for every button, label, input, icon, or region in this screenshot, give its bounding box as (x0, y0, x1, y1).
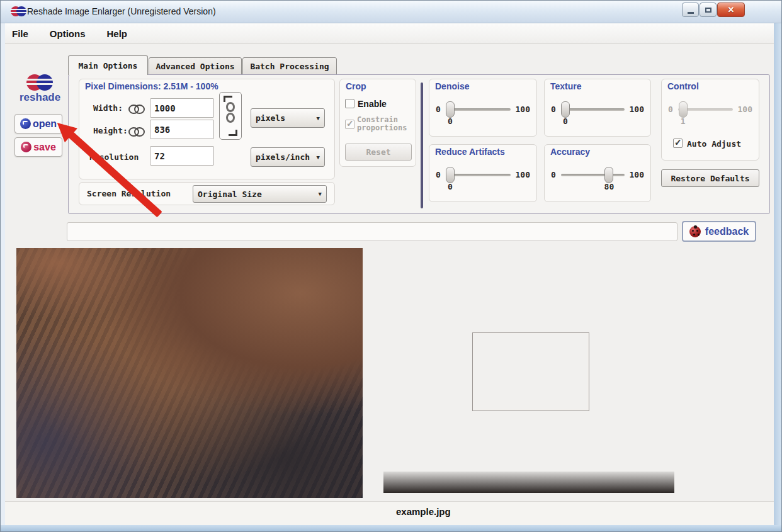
reduce-artifacts-group: Reduce Artifacts 0 0 100 (429, 144, 537, 202)
control-slider[interactable]: 1 (678, 108, 733, 111)
reduce-artifacts-slider[interactable]: 0 (446, 174, 511, 176)
screen-resolution-dropdown[interactable]: Original Size ▼ (193, 185, 327, 203)
texture-slider[interactable]: 0 (561, 108, 625, 111)
texture-group: Texture 0 0 100 (544, 79, 651, 137)
close-button[interactable]: ✕ (717, 3, 745, 17)
restore-defaults-button[interactable]: Restore Defaults (661, 169, 759, 187)
close-icon: ✕ (728, 5, 735, 14)
reshade-logo-text: reshade (20, 91, 60, 104)
texture-value: 0 (563, 116, 568, 126)
auto-adjust-label: Auto Adjust (687, 139, 741, 149)
denoise-max: 100 (516, 105, 530, 114)
main-options-panel: Pixel Dimensions: 2.51M - 100% Width: He… (68, 74, 770, 214)
tab-batch-processing[interactable]: Batch Processing (242, 57, 337, 75)
reduce-artifacts-slider-thumb[interactable] (446, 167, 455, 183)
crop-heading: Crop (346, 81, 366, 91)
window-edge-bottom (1, 525, 781, 532)
accuracy-max: 100 (630, 170, 644, 179)
width-link-icon[interactable] (128, 105, 144, 112)
menu-file[interactable]: File (9, 26, 31, 41)
chevron-down-icon: ▼ (319, 191, 322, 197)
reduce-artifacts-max: 100 (516, 170, 530, 179)
minimize-icon (688, 12, 694, 14)
selection-rectangle[interactable] (473, 333, 589, 410)
units-dropdown-value: pixels (256, 113, 285, 123)
reshade-logo-icon (26, 74, 53, 91)
screen-resolution-group: Screen Resolution Original Size ▼ (79, 182, 335, 205)
height-label: Height: (93, 126, 128, 135)
accuracy-value: 80 (604, 182, 615, 191)
denoise-group: Denoise 0 0 100 (429, 79, 537, 137)
reduce-artifacts-value: 0 (448, 182, 453, 191)
accuracy-slider[interactable]: 80 (561, 174, 625, 176)
crop-reset-button[interactable]: Reset (345, 144, 412, 161)
filename-label: example.jpg (396, 506, 451, 517)
texture-heading: Texture (550, 81, 582, 91)
menu-help[interactable]: Help (105, 26, 130, 41)
tab-advanced-options[interactable]: Advanced Options (149, 57, 242, 75)
reshade-logo: reshade (20, 74, 60, 104)
accuracy-slider-thumb[interactable] (604, 167, 613, 183)
menu-options[interactable]: Options (47, 26, 88, 41)
crop-group: Crop Enable Constrain proportions Reset (339, 79, 416, 167)
texture-slider-thumb[interactable] (561, 101, 570, 118)
chevron-down-icon: ▼ (317, 154, 320, 161)
open-icon (20, 118, 31, 129)
chain-ring-icon (226, 113, 235, 123)
resolution-units-value: pixels/inch (256, 152, 310, 162)
crop-enable-checkbox[interactable] (345, 99, 354, 108)
tab-main-options[interactable]: Main Options (68, 55, 148, 75)
texture-max: 100 (630, 105, 644, 114)
control-max: 100 (738, 105, 752, 114)
denoise-value: 0 (448, 116, 453, 126)
reduce-artifacts-min: 0 (436, 170, 441, 179)
aspect-lock-chain-button[interactable] (219, 92, 242, 140)
denoise-heading: Denoise (435, 81, 469, 91)
chain-ring-icon (226, 102, 235, 112)
zoomed-preview-image (16, 248, 363, 498)
chevron-down-icon: ▼ (317, 115, 320, 122)
menu-bar: File Options Help (1, 23, 781, 44)
app-window: Reshade Image Enlarger (Unregistered Ver… (0, 0, 782, 532)
accuracy-min: 0 (551, 170, 556, 179)
control-heading: Control (667, 81, 699, 91)
height-link-icon[interactable] (128, 127, 144, 135)
texture-min: 0 (551, 105, 556, 114)
progress-bar (67, 222, 677, 241)
height-input[interactable] (150, 120, 214, 139)
denoise-slider[interactable]: 0 (446, 108, 511, 111)
title-bar: Reshade Image Enlarger (Unregistered Ver… (1, 1, 781, 23)
control-slider-thumb[interactable] (679, 101, 688, 118)
units-dropdown[interactable]: pixels ▼ (251, 108, 325, 128)
denoise-slider-thumb[interactable] (446, 101, 455, 118)
denoise-min: 0 (436, 105, 441, 114)
feedback-button-label: feedback (705, 226, 749, 237)
maximize-button[interactable] (700, 3, 717, 17)
window-edge-right (774, 23, 781, 525)
width-label: Width: (93, 103, 123, 113)
control-min: 0 (668, 105, 673, 114)
feedback-button[interactable]: feedback (682, 221, 756, 242)
reduce-artifacts-heading: Reduce Artifacts (435, 147, 505, 157)
constrain-proportions-checkbox[interactable] (345, 120, 354, 129)
accuracy-heading: Accuracy (550, 147, 590, 157)
resolution-units-dropdown[interactable]: pixels/inch ▼ (251, 147, 325, 167)
minimize-button[interactable] (682, 3, 699, 17)
pixel-dimensions-group: Pixel Dimensions: 2.51M - 100% Width: He… (79, 79, 335, 179)
app-logo-icon (11, 6, 27, 16)
full-image-preview[interactable] (383, 251, 674, 493)
control-value: 1 (681, 116, 686, 126)
auto-adjust-checkbox[interactable] (673, 139, 683, 148)
save-button-label: save (33, 142, 56, 153)
width-input[interactable] (150, 98, 214, 118)
save-icon (21, 142, 31, 152)
ladybug-icon (689, 226, 701, 237)
crop-enable-label: Enable (358, 99, 387, 109)
accuracy-group: Accuracy 0 80 100 (544, 144, 651, 202)
window-edge-left (1, 23, 5, 525)
resolution-input[interactable] (150, 146, 214, 166)
save-button[interactable]: save (14, 137, 62, 157)
control-group: Control 0 1 100 Auto Adjust (661, 79, 759, 161)
constrain-proportions-label: Constrain proportions (357, 116, 412, 132)
status-bar: example.jpg (5, 501, 775, 525)
